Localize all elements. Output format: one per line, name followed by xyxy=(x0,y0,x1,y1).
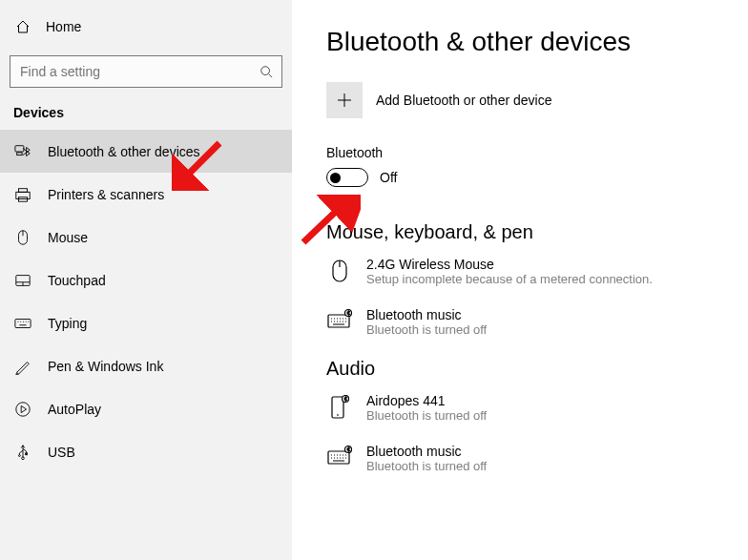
svg-rect-12 xyxy=(26,452,28,454)
search-box[interactable] xyxy=(10,55,282,88)
home-label: Home xyxy=(46,19,81,34)
device-row[interactable]: 2.4G Wireless Mouse Setup incomplete bec… xyxy=(326,257,748,286)
mouse-icon xyxy=(13,229,32,246)
home-button[interactable]: Home xyxy=(0,10,292,44)
sidebar-item-label: Typing xyxy=(48,316,87,331)
search-icon xyxy=(259,65,274,78)
sidebar-item-label: Bluetooth & other devices xyxy=(48,144,200,159)
main-content: Bluetooth & other devices Add Bluetooth … xyxy=(292,0,748,560)
sidebar-item-label: Printers & scanners xyxy=(48,187,164,202)
device-name: Bluetooth music xyxy=(366,307,487,322)
bluetooth-state: Off xyxy=(380,170,397,185)
search-input[interactable] xyxy=(18,63,259,80)
group-title: Audio xyxy=(326,358,748,380)
sidebar-item-label: Pen & Windows Ink xyxy=(48,359,163,374)
section-title: Devices xyxy=(0,88,292,130)
svg-point-10 xyxy=(22,456,25,459)
home-icon xyxy=(13,19,32,34)
touchpad-icon xyxy=(13,272,32,289)
page-title: Bluetooth & other devices xyxy=(326,27,748,57)
svg-rect-2 xyxy=(17,152,22,155)
svg-point-11 xyxy=(19,454,21,456)
device-row[interactable]: Bluetooth music Bluetooth is turned off xyxy=(326,307,748,337)
device-sub: Bluetooth is turned off xyxy=(366,322,487,337)
sidebar-item-printers[interactable]: Printers & scanners xyxy=(0,173,292,216)
pen-icon xyxy=(13,358,32,375)
add-device-label: Add Bluetooth or other device xyxy=(376,93,551,108)
keyboard-bt-icon xyxy=(326,307,353,337)
svg-rect-4 xyxy=(19,188,28,192)
device-sub: Bluetooth is turned off xyxy=(366,408,487,423)
sidebar-item-bluetooth[interactable]: Bluetooth & other devices xyxy=(0,130,292,173)
sidebar-item-autoplay[interactable]: AutoPlay xyxy=(0,387,292,430)
keyboard-bt-icon xyxy=(326,444,353,473)
bluetooth-devices-icon xyxy=(13,143,32,160)
usb-icon xyxy=(13,444,32,461)
device-row[interactable]: Airdopes 441 Bluetooth is turned off xyxy=(326,393,748,423)
svg-rect-1 xyxy=(15,145,24,151)
svg-rect-8 xyxy=(15,319,31,327)
device-name: 2.4G Wireless Mouse xyxy=(366,257,653,272)
sidebar-item-label: Mouse xyxy=(48,230,88,245)
add-device-button[interactable]: Add Bluetooth or other device xyxy=(326,82,748,118)
device-name: Airdopes 441 xyxy=(366,393,487,408)
toggle-knob xyxy=(330,173,341,183)
svg-rect-3 xyxy=(16,192,30,198)
svg-point-9 xyxy=(16,402,30,415)
device-row[interactable]: Bluetooth music Bluetooth is turned off xyxy=(326,444,748,473)
device-name: Bluetooth music xyxy=(366,444,487,459)
sidebar: Home Devices Bluetooth & other devices P… xyxy=(0,0,292,560)
sidebar-item-pen[interactable]: Pen & Windows Ink xyxy=(0,344,292,387)
sidebar-item-label: Touchpad xyxy=(48,273,106,288)
sidebar-item-usb[interactable]: USB xyxy=(0,430,292,473)
svg-point-0 xyxy=(261,67,270,75)
printer-icon xyxy=(13,186,32,203)
sidebar-item-label: USB xyxy=(48,445,75,460)
bluetooth-toggle[interactable] xyxy=(326,168,368,187)
device-sub: Bluetooth is turned off xyxy=(366,459,487,473)
autoplay-icon xyxy=(13,401,32,418)
phone-bt-icon xyxy=(326,393,353,423)
sidebar-item-label: AutoPlay xyxy=(48,402,101,417)
sidebar-item-touchpad[interactable]: Touchpad xyxy=(0,259,292,301)
sidebar-item-mouse[interactable]: Mouse xyxy=(0,216,292,259)
keyboard-icon xyxy=(13,315,32,332)
sidebar-item-typing[interactable]: Typing xyxy=(0,301,292,344)
mouse-icon xyxy=(326,257,353,286)
bluetooth-label: Bluetooth xyxy=(326,145,748,160)
device-sub: Setup incomplete because of a metered co… xyxy=(366,272,653,286)
group-title: Mouse, keyboard, & pen xyxy=(326,221,748,243)
plus-icon xyxy=(326,82,363,118)
